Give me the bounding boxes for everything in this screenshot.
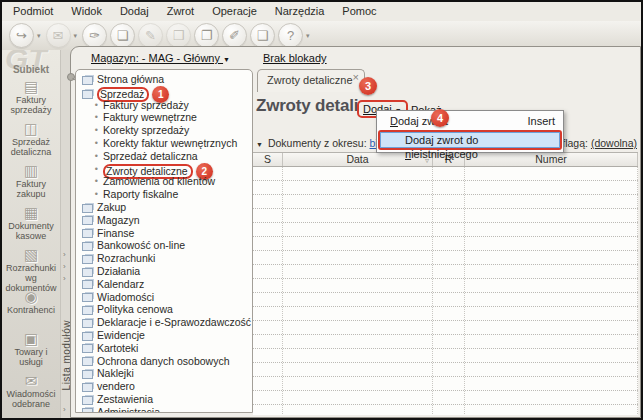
tree-item-zwroty-detaliczne[interactable]: •Zwroty detaliczne2 [78, 163, 252, 176]
table-row[interactable] [253, 391, 638, 405]
table-row[interactable] [253, 251, 638, 265]
module-faktury-sprzedazy[interactable]: ▤Faktury sprzedaży [2, 79, 60, 121]
table-cell [253, 405, 283, 415]
new-document-icon[interactable]: ❏ [110, 23, 135, 48]
table-cell [465, 209, 638, 222]
tab-zwroty-detaliczne[interactable]: Zwroty detaliczne × [257, 69, 365, 92]
tree-item-raporty-fiskalne[interactable]: •Raporty fiskalne [78, 188, 252, 201]
table-cell [253, 377, 283, 390]
chevron-down-icon[interactable]: ▾ [306, 32, 310, 40]
tree-item-zestawienia[interactable]: Zestawienia [78, 393, 252, 406]
menubar-item-narzedzia[interactable]: Narzędzia [266, 3, 334, 20]
table-row[interactable] [253, 363, 638, 377]
tree-node-icon [82, 229, 93, 238]
module-wiadomosci-odebrane[interactable]: ✉Wiadomości odebrane [2, 373, 60, 415]
menubar-item-operacje[interactable]: Operacje [203, 3, 266, 20]
module-dokumenty-kasowe[interactable]: ▦Dokumenty kasowe [2, 205, 60, 247]
table-row[interactable] [253, 279, 638, 293]
table-row[interactable] [253, 237, 638, 251]
tree-item-zakup[interactable]: Zakup [78, 201, 252, 214]
module-rozrachunki-wg-dokumentow[interactable]: ▧Rozrachunki wg dokumentów [2, 247, 60, 289]
menu-item-dodaj-zwrot[interactable]: Dodaj zwrotInsert [377, 113, 563, 130]
chevron-right-icon[interactable]: › [63, 274, 66, 283]
collapse-filter-icon[interactable]: ▼ [256, 141, 263, 148]
print-icon[interactable]: ❐ [194, 23, 219, 48]
module-sprzedaz-detaliczna[interactable]: ◫Sprzedaż detaliczna [2, 121, 60, 163]
tree-item-korekty-faktur-wewnetrznych[interactable]: •Korekty faktur wewnętrznych [78, 137, 252, 150]
table-cell [253, 251, 283, 264]
tree-item-naklejki[interactable]: Naklejki [78, 367, 252, 380]
table-row[interactable] [253, 167, 638, 181]
table-cell [433, 181, 465, 194]
table-row[interactable] [253, 307, 638, 321]
tree-item-faktury-sprzedazy[interactable]: •Faktury sprzedaży [78, 99, 252, 112]
chevron-down-icon[interactable]: ▾ [37, 32, 41, 40]
table-row[interactable] [253, 223, 638, 237]
table-row[interactable] [253, 321, 638, 335]
open-document-icon[interactable]: ↪ [9, 23, 34, 48]
table-row[interactable] [253, 349, 638, 363]
tree-item-kartoteki[interactable]: Kartoteki [78, 342, 252, 355]
help-icon[interactable]: ? [278, 23, 303, 48]
tree-item-sprzedaz-detaliczna[interactable]: •Sprzedaż detaliczna [78, 150, 252, 163]
menubar-item-podmiot[interactable]: Podmiot [4, 3, 62, 20]
menu-item-dodaj-zwrot-do-nieistniejacego[interactable]: Dodaj zwrot do nieistniejącego [380, 132, 560, 148]
table-row[interactable] [253, 209, 638, 223]
table-cell [465, 321, 638, 334]
tree-item-vendero[interactable]: vendero [78, 380, 252, 393]
correction-icon[interactable]: ✐ [222, 23, 247, 48]
column-header-numer[interactable]: Numer [465, 153, 638, 166]
menubar-item-widok[interactable]: Widok [62, 3, 111, 20]
tree-item-magazyn[interactable]: Magazyn [78, 214, 252, 227]
table-cell [253, 167, 283, 180]
chevron-right-icon[interactable]: › [63, 405, 66, 414]
module-kontrahenci[interactable]: ◉Kontrahenci [2, 289, 60, 331]
tree-item-finanse[interactable]: Finanse [78, 227, 252, 240]
menubar-item-zwrot[interactable]: Zwrot [158, 3, 204, 20]
tree-item-polityka-cenowa[interactable]: Polityka cenowa [78, 303, 252, 316]
module-towary-i-uslugi[interactable]: ▣Towary i usługi [2, 331, 60, 373]
archive-icon[interactable]: ❑ [250, 23, 275, 48]
flag-filter-link[interactable]: (dowolna) [591, 137, 637, 149]
tree-item-sprzedaz[interactable]: Sprzedaż1 [78, 86, 252, 99]
tree-item-korekty-sprzedazy[interactable]: •Korekty sprzedaży [78, 124, 252, 137]
column-header-s[interactable]: S [253, 153, 283, 166]
table-row[interactable] [253, 335, 638, 349]
table-cell [465, 293, 638, 306]
tree-item-deklaracje-i-e-sprawozdawczosc[interactable]: Deklaracje i e-Sprawozdawczość [78, 316, 252, 329]
table-cell [283, 181, 433, 194]
bullet-icon: • [78, 188, 98, 201]
tab-label: Zwroty detaliczne [267, 74, 353, 86]
tree-item-administracja[interactable]: Administracja [78, 406, 252, 413]
tree-item-bankowosc-on-line[interactable]: Bankowość on-line [78, 239, 252, 252]
table-row[interactable] [253, 405, 638, 415]
warehouse-selector[interactable]: Magazyn: - MAG - Główny ▼ [91, 52, 230, 64]
menubar-item-dodaj[interactable]: Dodaj [111, 3, 158, 20]
tree-item-strona-glowna[interactable]: Strona główna [78, 73, 252, 86]
stamp-icon[interactable]: ✑ [82, 23, 107, 48]
tree-item-ochrona-danych-osobowych[interactable]: Ochrona danych osobowych [78, 355, 252, 368]
tree-item-faktury-wewnetrzne[interactable]: •Faktury wewnętrzne [78, 111, 252, 124]
chevron-right-icon[interactable]: › [63, 262, 66, 271]
table-row[interactable] [253, 377, 638, 391]
lock-status-link[interactable]: Brak blokady [263, 52, 327, 64]
table-row[interactable] [253, 195, 638, 209]
tree-item-wiadomosci[interactable]: Wiadomości [78, 291, 252, 304]
table-row[interactable] [253, 265, 638, 279]
tree-item-zamowienia-od-klientow[interactable]: •Zamówienia od klientów [78, 175, 252, 188]
tree-item-rozrachunki[interactable]: Rozrachunki [78, 252, 252, 265]
tree-item-dzialania[interactable]: Działania [78, 265, 252, 278]
tree-item-kalendarz[interactable]: Kalendarz [78, 278, 252, 291]
chevron-down-icon: ▾ [74, 32, 78, 40]
module-faktury-zakupu[interactable]: ▥Faktury zakupu [2, 163, 60, 205]
table-cell [433, 307, 465, 320]
tree-item-ewidencje[interactable]: Ewidencje [78, 329, 252, 342]
close-icon[interactable]: × [353, 71, 359, 83]
table-row[interactable] [253, 293, 638, 307]
bullet-icon: • [78, 163, 98, 176]
table-cell [283, 265, 433, 278]
table-cell [433, 265, 465, 278]
table-row[interactable] [253, 181, 638, 195]
chevron-right-icon[interactable]: › [63, 250, 66, 259]
menubar-item-pomoc[interactable]: Pomoc [333, 3, 385, 20]
